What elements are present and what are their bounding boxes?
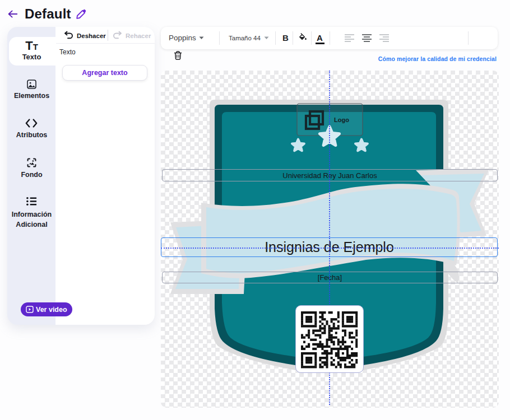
svg-text:Logo: Logo: [334, 116, 349, 123]
